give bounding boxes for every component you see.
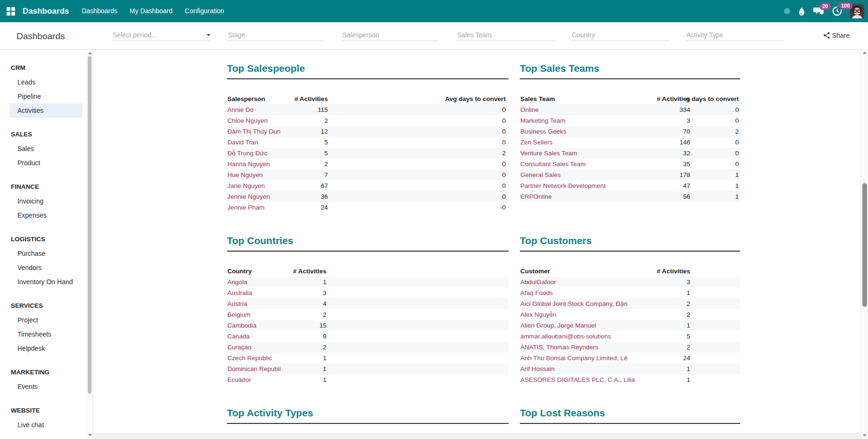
record-link[interactable]: Belgium <box>227 309 250 320</box>
record-link[interactable]: Canada <box>227 331 250 342</box>
cell-value: 4 <box>323 298 326 309</box>
sidebar-section-website: WEBSITE Live chat <box>0 404 92 432</box>
activity-clock-icon[interactable]: 100 <box>832 6 842 16</box>
record-link[interactable]: Angola <box>227 277 247 287</box>
sidebar-item-expenses[interactable]: Expenses <box>9 208 83 222</box>
sidebar-item-invoicing[interactable]: Invoicing <box>9 194 83 208</box>
record-link[interactable]: Online <box>520 104 539 115</box>
share-button[interactable]: Share <box>824 32 850 39</box>
record-link[interactable]: AbdulGafoor <box>520 277 556 287</box>
section-label: MARKETING <box>0 365 92 380</box>
record-link[interactable]: David Tran <box>227 137 258 148</box>
record-link[interactable]: ANATIS, Thomas Reynders <box>520 342 598 353</box>
record-link[interactable]: Đỗ Trung Đức <box>227 148 267 159</box>
cell-value: 334 <box>679 104 690 115</box>
page-scroll-thumb[interactable] <box>862 183 867 307</box>
table-row: Business Geeks702 <box>520 126 740 137</box>
record-link[interactable]: Marketing Team <box>520 115 566 126</box>
record-link[interactable]: General Sales <box>520 169 561 180</box>
record-link[interactable]: Czech Republic <box>227 353 272 363</box>
apps-menu-button[interactable] <box>0 0 22 22</box>
cell-value: 0 <box>502 126 506 137</box>
record-link[interactable]: Afaq Foods <box>520 287 553 298</box>
page-scrollbar[interactable] <box>860 50 868 439</box>
sidebar-item-live-chat[interactable]: Live chat <box>9 418 83 432</box>
column-header: g days to convert <box>686 93 739 104</box>
table-row: Jennie Nguyen360 <box>227 191 509 202</box>
table-body: Online3340Marketing Team30Business Geeks… <box>520 104 740 202</box>
scroll-up-icon[interactable] <box>88 52 92 54</box>
record-link[interactable]: ERPOnline <box>520 191 552 202</box>
record-link[interactable]: Aici Global Joint Stock Company, Đặn <box>520 298 627 309</box>
cell-value: 0 <box>502 159 506 169</box>
sidebar-item-project[interactable]: Project <box>9 313 83 327</box>
sidebar-item-leads[interactable]: Leads <box>9 75 83 89</box>
record-link[interactable]: Hue Nguyen <box>227 169 263 180</box>
record-link[interactable]: Austria <box>227 298 247 309</box>
record-link[interactable]: Alien Group, Jorge Manuel <box>520 320 596 331</box>
record-link[interactable]: Business Geeks <box>520 126 567 137</box>
record-link[interactable]: ASESORES DIGITALES PLC, C.A., Lilia <box>520 374 635 385</box>
sidebar-item-product[interactable]: Product <box>9 156 83 170</box>
table-top-countries: Top Countries Country # Activities Angol… <box>227 235 509 385</box>
sidebar-item-activities[interactable]: Activities <box>9 103 83 118</box>
messages-icon[interactable]: 20 <box>813 7 824 16</box>
sidebar-item-sales[interactable]: Sales <box>9 142 83 156</box>
period-select[interactable] <box>112 29 211 41</box>
record-link[interactable]: Venture Sales Team <box>520 148 577 159</box>
record-link[interactable]: Đàm Thị Thùy Dun <box>227 126 281 137</box>
sidebar-item-vendors[interactable]: Vendors <box>9 261 83 275</box>
record-link[interactable]: Consultant Sales Team <box>520 159 586 169</box>
table-row: Czech Republic1 <box>227 353 509 363</box>
cell-value: 1 <box>323 374 326 385</box>
cell-value: 1 <box>735 180 739 191</box>
record-link[interactable]: ammar.alloubani@obs-solutions <box>520 331 611 342</box>
table-row: ANATIS, Thomas Reynders2 <box>520 342 740 353</box>
salesperson-filter-input[interactable] <box>342 29 439 41</box>
activity-type-filter-input[interactable] <box>685 29 785 41</box>
country-filter-input[interactable] <box>571 29 670 41</box>
record-link[interactable]: Chloe Nguyen <box>227 115 268 126</box>
cell-value: 0 <box>502 115 506 126</box>
menu-dashboards[interactable]: Dashboards <box>75 0 124 22</box>
sidebar-item-inventory-on-hand[interactable]: Inventory On Hand <box>9 275 83 289</box>
record-link[interactable]: Jane Nguyen <box>227 180 265 191</box>
record-link[interactable]: Cambodia <box>227 320 257 331</box>
sidebar-item-pipeline[interactable]: Pipeline <box>9 89 83 103</box>
record-link[interactable]: Ecuador <box>227 374 251 385</box>
table-row: Chloe Nguyen20 <box>227 115 509 126</box>
sidebar-item-purchase[interactable]: Purchase <box>9 246 83 261</box>
droplet-icon[interactable] <box>798 7 805 16</box>
record-link[interactable]: Curaçao <box>227 342 251 353</box>
cell-value: 0 <box>735 159 739 169</box>
record-link[interactable]: Alex Nguyễn <box>520 309 557 320</box>
menu-my-dashboard[interactable]: My Dashboard <box>124 0 179 22</box>
cell-value: 2 <box>735 126 739 137</box>
record-link[interactable]: Partner Network Development <box>520 180 606 191</box>
title-rule <box>520 423 740 424</box>
record-link[interactable]: Jennie Pham <box>227 202 265 213</box>
stage-filter-input[interactable] <box>227 29 324 41</box>
cell-value: 2 <box>686 309 690 320</box>
sidebar-item-events[interactable]: Events <box>9 380 83 394</box>
scroll-up-icon[interactable] <box>863 51 867 54</box>
record-link[interactable]: Annie Do <box>227 104 254 115</box>
sidebar-item-helpdesk[interactable]: Helpdesk <box>9 341 83 355</box>
status-dot-icon[interactable] <box>784 8 790 14</box>
sidebar-scroll-thumb[interactable] <box>88 56 92 394</box>
scroll-down-icon[interactable] <box>88 434 92 436</box>
cell-value: 12 <box>321 126 328 137</box>
record-link[interactable]: Jennie Nguyen <box>227 191 270 202</box>
sales-team-filter-input[interactable] <box>456 29 555 41</box>
sidebar-scrollbar[interactable] <box>86 50 92 439</box>
scroll-down-icon[interactable] <box>863 434 867 437</box>
record-link[interactable]: Hanna Nguyen <box>227 159 270 169</box>
record-link[interactable]: Dominican Republi <box>227 363 281 374</box>
sidebar-item-timesheets[interactable]: Timesheets <box>9 327 83 341</box>
record-link[interactable]: Anh Thu Bonsai Company Limited, Lê <box>520 353 627 363</box>
table-top-activity-types: Top Activity Types <box>227 407 509 424</box>
record-link[interactable]: Zen Sellers <box>520 137 552 148</box>
menu-configuration[interactable]: Configuration <box>179 0 230 22</box>
record-link[interactable]: Arif Hossain <box>520 363 555 374</box>
record-link[interactable]: Australia <box>227 287 252 298</box>
